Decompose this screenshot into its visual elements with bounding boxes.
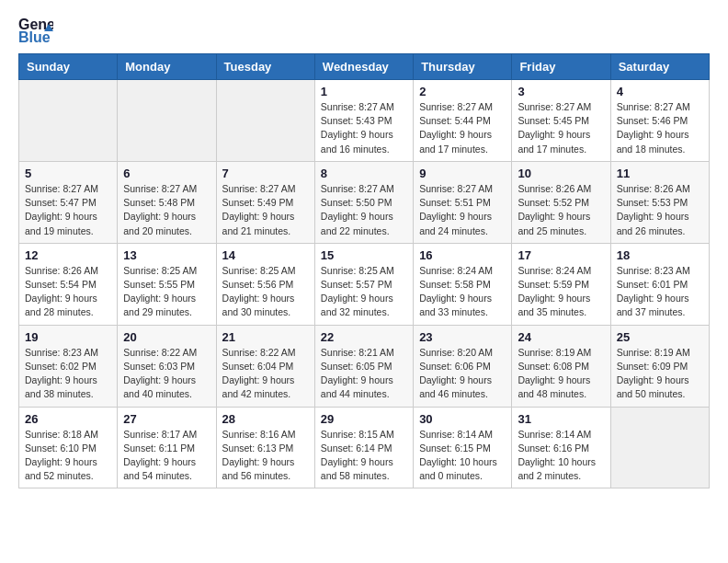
calendar-cell: 18Sunrise: 8:23 AM Sunset: 6:01 PM Dayli… — [610, 243, 709, 325]
day-info: Sunrise: 8:19 AM Sunset: 6:08 PM Dayligh… — [518, 346, 604, 402]
calendar-cell: 9Sunrise: 8:27 AM Sunset: 5:51 PM Daylig… — [414, 161, 512, 243]
day-number: 10 — [518, 167, 604, 180]
calendar-cell: 5Sunrise: 8:27 AM Sunset: 5:47 PM Daylig… — [19, 161, 118, 243]
calendar-table: SundayMondayTuesdayWednesdayThursdayFrid… — [18, 53, 710, 488]
day-info: Sunrise: 8:27 AM Sunset: 5:51 PM Dayligh… — [419, 182, 506, 238]
day-of-week-header: Monday — [118, 54, 216, 80]
calendar-cell: 28Sunrise: 8:16 AM Sunset: 6:13 PM Dayli… — [216, 407, 314, 488]
logo: General Blue — [18, 15, 53, 44]
day-info: Sunrise: 8:15 AM Sunset: 6:14 PM Dayligh… — [321, 428, 407, 484]
calendar-cell: 3Sunrise: 8:27 AM Sunset: 5:45 PM Daylig… — [512, 80, 610, 162]
calendar-cell: 11Sunrise: 8:26 AM Sunset: 5:53 PM Dayli… — [610, 161, 709, 243]
day-of-week-header: Sunday — [19, 54, 118, 80]
day-number: 20 — [123, 330, 210, 344]
day-info: Sunrise: 8:26 AM Sunset: 5:53 PM Dayligh… — [617, 182, 703, 238]
day-number: 21 — [222, 330, 309, 344]
day-number: 9 — [419, 167, 506, 180]
day-number: 30 — [419, 412, 506, 426]
calendar-cell: 7Sunrise: 8:27 AM Sunset: 5:49 PM Daylig… — [216, 161, 314, 243]
calendar-cell — [216, 80, 314, 162]
day-info: Sunrise: 8:16 AM Sunset: 6:13 PM Dayligh… — [222, 428, 309, 484]
calendar-cell: 31Sunrise: 8:14 AM Sunset: 6:16 PM Dayli… — [512, 407, 610, 488]
day-of-week-header: Wednesday — [314, 54, 413, 80]
day-info: Sunrise: 8:24 AM Sunset: 5:58 PM Dayligh… — [419, 264, 506, 320]
day-info: Sunrise: 8:17 AM Sunset: 6:11 PM Dayligh… — [123, 428, 210, 484]
calendar-cell: 25Sunrise: 8:19 AM Sunset: 6:09 PM Dayli… — [610, 325, 709, 407]
day-number: 15 — [321, 248, 407, 262]
day-number: 25 — [617, 330, 703, 344]
day-number: 3 — [518, 85, 604, 98]
day-number: 2 — [419, 85, 506, 98]
calendar-cell: 23Sunrise: 8:20 AM Sunset: 6:06 PM Dayli… — [414, 325, 512, 407]
day-info: Sunrise: 8:27 AM Sunset: 5:47 PM Dayligh… — [25, 182, 111, 238]
day-number: 13 — [123, 248, 210, 262]
day-info: Sunrise: 8:22 AM Sunset: 6:04 PM Dayligh… — [222, 346, 309, 402]
day-info: Sunrise: 8:27 AM Sunset: 5:50 PM Dayligh… — [321, 182, 407, 238]
day-number: 29 — [321, 412, 407, 426]
calendar-cell: 27Sunrise: 8:17 AM Sunset: 6:11 PM Dayli… — [118, 407, 216, 488]
day-number: 22 — [321, 330, 407, 344]
day-number: 14 — [222, 248, 309, 262]
calendar-cell: 10Sunrise: 8:26 AM Sunset: 5:52 PM Dayli… — [512, 161, 610, 243]
calendar-cell: 16Sunrise: 8:24 AM Sunset: 5:58 PM Dayli… — [414, 243, 512, 325]
day-number: 6 — [123, 167, 210, 180]
calendar-week-row: 5Sunrise: 8:27 AM Sunset: 5:47 PM Daylig… — [19, 161, 710, 243]
day-info: Sunrise: 8:27 AM Sunset: 5:49 PM Dayligh… — [222, 182, 309, 238]
day-info: Sunrise: 8:27 AM Sunset: 5:45 PM Dayligh… — [518, 100, 604, 156]
day-info: Sunrise: 8:25 AM Sunset: 5:56 PM Dayligh… — [222, 264, 309, 320]
day-number: 11 — [617, 167, 703, 180]
day-info: Sunrise: 8:27 AM Sunset: 5:44 PM Dayligh… — [419, 100, 506, 156]
day-info: Sunrise: 8:18 AM Sunset: 6:10 PM Dayligh… — [25, 428, 111, 484]
day-number: 27 — [123, 412, 210, 426]
day-info: Sunrise: 8:27 AM Sunset: 5:46 PM Dayligh… — [617, 100, 703, 156]
day-of-week-header: Saturday — [610, 54, 709, 80]
day-number: 17 — [518, 248, 604, 262]
day-number: 31 — [518, 412, 604, 426]
day-info: Sunrise: 8:25 AM Sunset: 5:57 PM Dayligh… — [321, 264, 407, 320]
calendar-cell: 6Sunrise: 8:27 AM Sunset: 5:48 PM Daylig… — [118, 161, 216, 243]
day-number: 7 — [222, 167, 309, 180]
calendar-body: 1Sunrise: 8:27 AM Sunset: 5:43 PM Daylig… — [19, 80, 710, 488]
calendar-week-row: 26Sunrise: 8:18 AM Sunset: 6:10 PM Dayli… — [19, 407, 710, 488]
calendar-cell: 22Sunrise: 8:21 AM Sunset: 6:05 PM Dayli… — [314, 325, 413, 407]
day-number: 18 — [617, 248, 703, 262]
day-info: Sunrise: 8:25 AM Sunset: 5:55 PM Dayligh… — [123, 264, 210, 320]
calendar-week-row: 1Sunrise: 8:27 AM Sunset: 5:43 PM Daylig… — [19, 80, 710, 162]
day-number: 28 — [222, 412, 309, 426]
calendar-header-row: SundayMondayTuesdayWednesdayThursdayFrid… — [19, 54, 710, 80]
day-info: Sunrise: 8:24 AM Sunset: 5:59 PM Dayligh… — [518, 264, 604, 320]
day-number: 12 — [25, 248, 111, 262]
day-info: Sunrise: 8:26 AM Sunset: 5:54 PM Dayligh… — [25, 264, 111, 320]
day-info: Sunrise: 8:14 AM Sunset: 6:16 PM Dayligh… — [518, 428, 604, 484]
calendar-cell: 17Sunrise: 8:24 AM Sunset: 5:59 PM Dayli… — [512, 243, 610, 325]
day-number: 26 — [25, 412, 111, 426]
day-number: 8 — [321, 167, 407, 180]
calendar-cell: 20Sunrise: 8:22 AM Sunset: 6:03 PM Dayli… — [118, 325, 216, 407]
calendar-cell: 29Sunrise: 8:15 AM Sunset: 6:14 PM Dayli… — [314, 407, 413, 488]
day-number: 1 — [321, 85, 407, 98]
calendar-cell: 19Sunrise: 8:23 AM Sunset: 6:02 PM Dayli… — [19, 325, 118, 407]
day-info: Sunrise: 8:14 AM Sunset: 6:15 PM Dayligh… — [419, 428, 506, 484]
calendar-cell — [118, 80, 216, 162]
day-info: Sunrise: 8:19 AM Sunset: 6:09 PM Dayligh… — [617, 346, 703, 402]
day-number: 23 — [419, 330, 506, 344]
calendar-cell: 12Sunrise: 8:26 AM Sunset: 5:54 PM Dayli… — [19, 243, 118, 325]
day-info: Sunrise: 8:21 AM Sunset: 6:05 PM Dayligh… — [321, 346, 407, 402]
day-info: Sunrise: 8:22 AM Sunset: 6:03 PM Dayligh… — [123, 346, 210, 402]
calendar-cell: 15Sunrise: 8:25 AM Sunset: 5:57 PM Dayli… — [314, 243, 413, 325]
day-info: Sunrise: 8:20 AM Sunset: 6:06 PM Dayligh… — [419, 346, 506, 402]
calendar-week-row: 19Sunrise: 8:23 AM Sunset: 6:02 PM Dayli… — [19, 325, 710, 407]
calendar-cell: 21Sunrise: 8:22 AM Sunset: 6:04 PM Dayli… — [216, 325, 314, 407]
day-info: Sunrise: 8:23 AM Sunset: 6:02 PM Dayligh… — [25, 346, 111, 402]
calendar-cell — [610, 407, 709, 488]
logo-icon: General Blue — [18, 15, 53, 44]
calendar-cell: 13Sunrise: 8:25 AM Sunset: 5:55 PM Dayli… — [118, 243, 216, 325]
calendar-cell: 8Sunrise: 8:27 AM Sunset: 5:50 PM Daylig… — [314, 161, 413, 243]
day-number: 24 — [518, 330, 604, 344]
calendar-cell: 26Sunrise: 8:18 AM Sunset: 6:10 PM Dayli… — [19, 407, 118, 488]
svg-text:Blue: Blue — [18, 29, 51, 44]
calendar-week-row: 12Sunrise: 8:26 AM Sunset: 5:54 PM Dayli… — [19, 243, 710, 325]
day-info: Sunrise: 8:23 AM Sunset: 6:01 PM Dayligh… — [617, 264, 703, 320]
day-info: Sunrise: 8:26 AM Sunset: 5:52 PM Dayligh… — [518, 182, 604, 238]
calendar-cell: 30Sunrise: 8:14 AM Sunset: 6:15 PM Dayli… — [414, 407, 512, 488]
